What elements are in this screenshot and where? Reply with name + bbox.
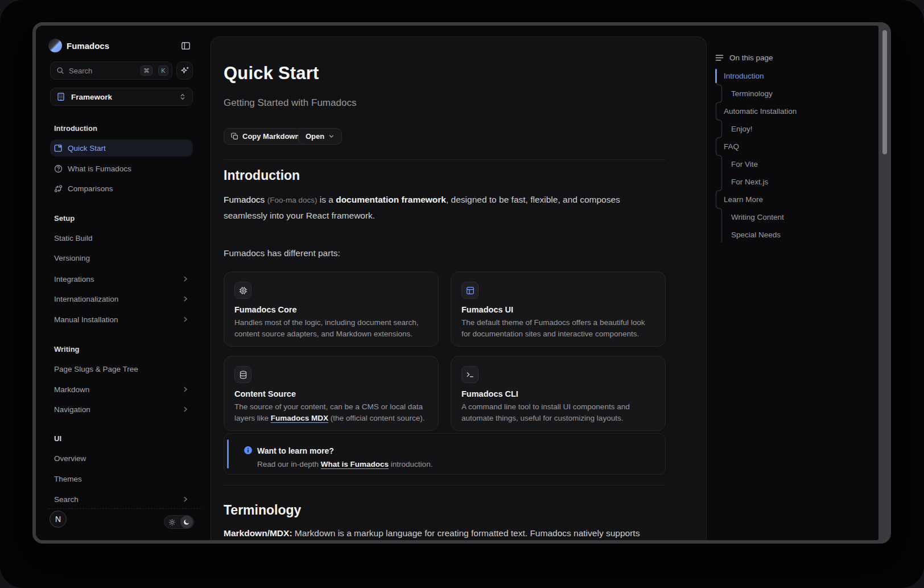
toc-item-for-vite[interactable]: For Vite <box>731 155 758 173</box>
copy-markdown-button[interactable]: Copy Markdown <box>224 128 307 145</box>
p1-mid: is a <box>317 195 336 204</box>
sidebar-item-label: Versioning <box>54 254 189 262</box>
sidebar-item-label: Page Slugs & Page Tree <box>54 365 189 373</box>
footer-brand-letter: N <box>55 515 61 524</box>
ask-ai-button[interactable] <box>176 61 193 80</box>
moon-icon[interactable] <box>180 516 193 528</box>
sidebar-item-label: Quick Start <box>68 144 189 153</box>
app-window: Fumadocs Search ⌘ K <box>32 22 891 544</box>
sidebar-item-static-build[interactable]: Static Build <box>50 229 193 246</box>
card-fumadocs-cli[interactable]: Fumadocs CLI A command line tool to inst… <box>451 356 666 431</box>
window-scrollbar-thumb[interactable] <box>882 30 887 154</box>
fumadocs-logo[interactable] <box>48 39 62 52</box>
info-callout: Want to learn more? Read our in-depth Wh… <box>224 433 666 475</box>
sidebar-item-themes[interactable]: Themes <box>50 470 193 487</box>
p3-term: Markdown/MDX: <box>224 528 292 538</box>
section-divider <box>224 485 666 486</box>
sidebar-item-integrations[interactable]: Integrations <box>50 270 193 287</box>
terminal-icon <box>461 366 478 383</box>
framework-selector[interactable]: Framework <box>50 88 193 106</box>
chevron-right-icon <box>182 496 189 503</box>
card-description: The source of your content, can be a CMS… <box>234 401 428 423</box>
card-description: The default theme of Fumadocs offers a b… <box>461 317 655 339</box>
parts-paragraph: Fumadocs has different parts: <box>224 245 666 261</box>
toc-active-marker <box>715 69 717 83</box>
doc-page: Quick Start Getting Started with Fumadoc… <box>211 36 707 540</box>
sidebar-section-introduction: Introduction <box>54 124 97 133</box>
screenshot-canvas: Fumadocs Search ⌘ K <box>0 0 924 588</box>
toc-rail <box>715 67 727 244</box>
footer-brand-button[interactable]: N <box>50 511 67 528</box>
sidebar-item-markdown[interactable]: Markdown <box>50 381 193 398</box>
git-compare-icon <box>54 184 63 193</box>
align-left-icon <box>715 54 724 62</box>
toc-item-automatic-installation[interactable]: Automatic Installation <box>724 102 797 120</box>
p1-bold: documentation framework <box>336 195 446 204</box>
toc-item-introduction[interactable]: Introduction <box>724 67 764 85</box>
card-title: Fumadocs UI <box>461 305 655 314</box>
sidebar-item-manual-installation[interactable]: Manual Installation <box>50 311 193 328</box>
toc-item-faq[interactable]: FAQ <box>724 138 739 155</box>
chevrons-up-down-icon <box>179 93 187 101</box>
layout-panel-icon <box>461 282 478 299</box>
toc-item-writing-content[interactable]: Writing Content <box>731 208 784 226</box>
sun-icon[interactable] <box>164 519 179 526</box>
sidebar-item-label: Search <box>54 495 177 504</box>
copy-markdown-label: Copy Markdown <box>242 132 299 141</box>
card-fumadocs-ui[interactable]: Fumadocs UI The default theme of Fumadoc… <box>451 272 666 347</box>
sidebar-item-internationalization[interactable]: Internationalization <box>50 290 193 307</box>
toc-item-enjoy[interactable]: Enjoy! <box>731 120 753 138</box>
sidebar-item-comparisons[interactable]: Comparisons <box>50 180 193 197</box>
card-title: Fumadocs CLI <box>461 389 655 398</box>
sidebar-item-overview[interactable]: Overview <box>50 450 193 467</box>
page-subtitle: Getting Started with Fumadocs <box>224 97 356 109</box>
sidebar-collapse-button[interactable] <box>179 39 192 52</box>
card-description: A command line tool to install UI compon… <box>461 401 655 423</box>
brand-title: Fumadocs <box>67 41 109 51</box>
sidebar-item-quick-start[interactable]: Quick Start <box>50 139 193 157</box>
database-icon <box>234 366 251 383</box>
sidebar-section-ui: UI <box>54 434 61 443</box>
terminology-heading: Terminology <box>224 503 301 518</box>
intro-paragraph: Fumadocs (Foo-ma docs) is a documentatio… <box>224 192 666 223</box>
sidebar-item-search[interactable]: Search <box>50 491 193 508</box>
book-marked-icon <box>54 144 63 153</box>
building-icon <box>56 92 65 101</box>
toc-item-for-nextjs[interactable]: For Next.js <box>731 173 768 191</box>
toc-header-label: On this page <box>729 54 773 62</box>
toc-item-terminology[interactable]: Terminology <box>731 85 773 102</box>
app-shell: Fumadocs Search ⌘ K <box>36 26 878 540</box>
copy-icon <box>231 133 238 140</box>
sidebar-item-label: Markdown <box>54 385 177 394</box>
info-icon <box>244 446 253 455</box>
sidebar-item-label: Manual Installation <box>54 315 177 324</box>
theme-toggle[interactable] <box>164 515 194 529</box>
sidebar-item-versioning[interactable]: Versioning <box>50 249 193 266</box>
chevron-right-icon <box>182 295 189 302</box>
sidebar-item-label: Themes <box>54 475 189 483</box>
toc-item-special-needs[interactable]: Special Needs <box>731 226 781 244</box>
fumadocs-mdx-link[interactable]: Fumadocs MDX <box>271 414 328 422</box>
toc-item-learn-more[interactable]: Learn More <box>724 191 763 208</box>
sidebar-item-label: Static Build <box>54 234 189 242</box>
sidebar-item-what-is-fumadocs[interactable]: What is Fumadocs <box>50 160 193 177</box>
callout-title: Want to learn more? <box>257 446 334 455</box>
open-label: Open <box>306 132 324 141</box>
cpu-icon <box>234 282 251 299</box>
sidebar-item-label: What is Fumadocs <box>68 165 189 173</box>
toc-list: Introduction Terminology Automatic Insta… <box>715 67 868 244</box>
card-fumadocs-core[interactable]: Fumadocs Core Handles most of the logic,… <box>224 272 439 347</box>
what-is-fumadocs-link[interactable]: What is Fumadocs <box>321 460 389 468</box>
sidebar-item-page-slugs[interactable]: Page Slugs & Page Tree <box>50 360 193 377</box>
kbd-cmd: ⌘ <box>141 65 152 76</box>
sidebar-item-navigation[interactable]: Navigation <box>50 401 193 418</box>
introduction-heading: Introduction <box>224 168 300 183</box>
p1-pronunciation: (Foo-ma docs) <box>267 196 317 204</box>
search-input[interactable]: Search ⌘ K <box>50 61 172 80</box>
open-menu-button[interactable]: Open <box>298 128 342 145</box>
card-description: Handles most of the logic, including doc… <box>234 317 428 339</box>
callout-accent-bar <box>227 439 229 468</box>
card-content-source[interactable]: Content Source The source of your conten… <box>224 356 439 431</box>
card-title: Fumadocs Core <box>234 305 428 314</box>
circle-help-icon <box>54 165 63 173</box>
